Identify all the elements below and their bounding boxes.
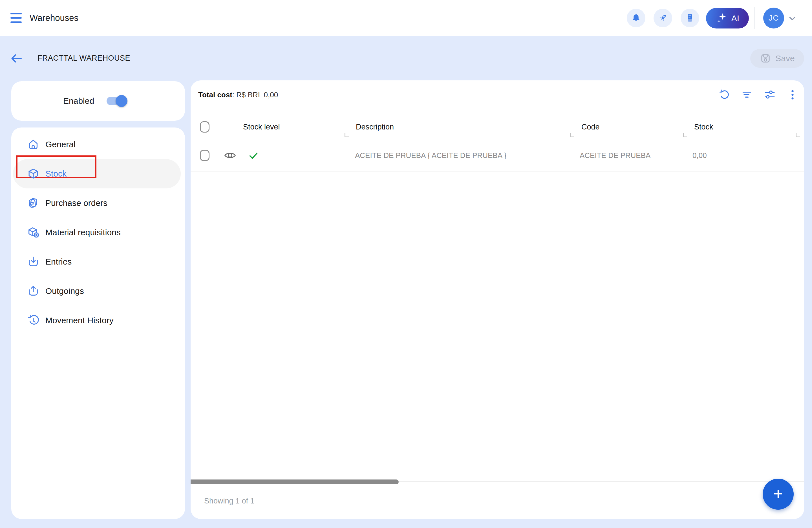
sidebar-item-label: Outgoings: [45, 286, 84, 296]
hamburger-menu-icon[interactable]: [11, 13, 22, 23]
stock-ok-icon: [248, 149, 259, 161]
chevron-down-icon[interactable]: [787, 16, 797, 22]
sidebar-item-material-requisitions[interactable]: Material requisitions: [11, 218, 185, 247]
tune-icon[interactable]: [759, 84, 780, 105]
enabled-card: Enabled: [11, 81, 185, 121]
sparkle-icon: [715, 12, 728, 25]
sidebar-item-label: Stock: [45, 169, 67, 179]
table-header-row: Stock level Description Code Stock: [191, 115, 804, 139]
stock-panel: Total cost: R$ BRL 0,00 Stock level Desc…: [191, 81, 804, 519]
save-button[interactable]: Save: [750, 49, 804, 68]
refresh-icon[interactable]: [714, 84, 735, 105]
sidebar-menu: General Stock Purchase orders: [11, 128, 185, 519]
cube-plus-icon: [27, 226, 40, 239]
column-header-code[interactable]: Code: [581, 115, 600, 139]
user-avatar[interactable]: JC: [763, 8, 784, 28]
history-icon: [27, 314, 40, 327]
notifications-button[interactable]: [627, 9, 646, 27]
column-header-description[interactable]: Description: [356, 115, 394, 139]
receipt-icon: [27, 197, 40, 210]
column-resize-handle[interactable]: [796, 133, 800, 137]
sidebar-item-label: Material requisitions: [45, 228, 121, 237]
back-arrow-icon[interactable]: [10, 52, 23, 65]
arrow-into-tray-icon: [27, 255, 40, 268]
column-resize-handle[interactable]: [345, 133, 349, 137]
ai-assistant-button[interactable]: AI: [706, 8, 749, 28]
rocket-icon: [657, 13, 668, 24]
total-cost: Total cost: R$ BRL 0,00: [198, 90, 278, 99]
cell-code: ACEITE DE PRUEBA: [580, 139, 650, 171]
enabled-label: Enabled: [63, 81, 94, 121]
table-row[interactable]: ACEITE DE PRUEBA { ACEITE DE PRUEBA } AC…: [191, 139, 804, 172]
home-icon: [27, 138, 40, 151]
ai-label: AI: [731, 14, 739, 23]
sidebar-item-entries[interactable]: Entries: [11, 247, 185, 276]
documentation-button[interactable]: [681, 9, 699, 27]
document-icon: [684, 13, 695, 24]
total-cost-value: : R$ BRL 0,00: [232, 90, 278, 99]
sidebar-item-outgoings[interactable]: Outgoings: [11, 276, 185, 306]
enabled-toggle[interactable]: [106, 97, 125, 105]
app-title: Warehouses: [30, 0, 78, 36]
sidebar-item-movement-history[interactable]: Movement History: [11, 306, 185, 335]
save-label: Save: [775, 54, 795, 63]
sidebar-item-general[interactable]: General: [11, 130, 185, 159]
bell-icon: [631, 13, 641, 24]
sidebar-item-stock[interactable]: Stock: [11, 159, 185, 188]
top-app-bar: Warehouses: [0, 0, 812, 36]
cube-icon: [27, 167, 40, 180]
column-resize-handle[interactable]: [570, 133, 574, 137]
column-header-stock-level[interactable]: Stock level: [243, 115, 280, 139]
column-resize-handle[interactable]: [683, 133, 687, 137]
page-title: FRACTTAL WAREHOUSE: [38, 40, 130, 77]
preview-eye-icon[interactable]: [223, 149, 236, 162]
kebab-menu-icon[interactable]: [782, 84, 803, 105]
sidebar-item-purchase-orders[interactable]: Purchase orders: [11, 188, 185, 218]
add-item-fab[interactable]: +: [763, 479, 794, 510]
column-header-stock[interactable]: Stock: [694, 115, 713, 139]
floppy-disk-icon: [759, 53, 771, 64]
select-all-checkbox[interactable]: [200, 121, 209, 132]
whats-new-button[interactable]: [654, 9, 672, 27]
cell-stock: 0,00: [693, 139, 707, 171]
cell-description: ACEITE DE PRUEBA { ACEITE DE PRUEBA }: [355, 139, 507, 171]
sidebar-item-label: Entries: [45, 257, 72, 267]
row-checkbox[interactable]: [200, 150, 209, 161]
topbar-divider: [754, 7, 755, 29]
filter-icon[interactable]: [737, 84, 757, 105]
horizontal-scrollbar-thumb[interactable]: [191, 480, 399, 484]
sidebar-item-label: Purchase orders: [45, 198, 107, 208]
pagination-status: Showing 1 of 1: [204, 488, 255, 514]
plus-icon: +: [773, 485, 783, 502]
total-cost-label: Total cost: [198, 90, 232, 99]
sidebar-item-label: General: [45, 140, 75, 149]
sidebar-item-label: Movement History: [45, 316, 114, 325]
arrow-out-of-tray-icon: [27, 285, 40, 298]
